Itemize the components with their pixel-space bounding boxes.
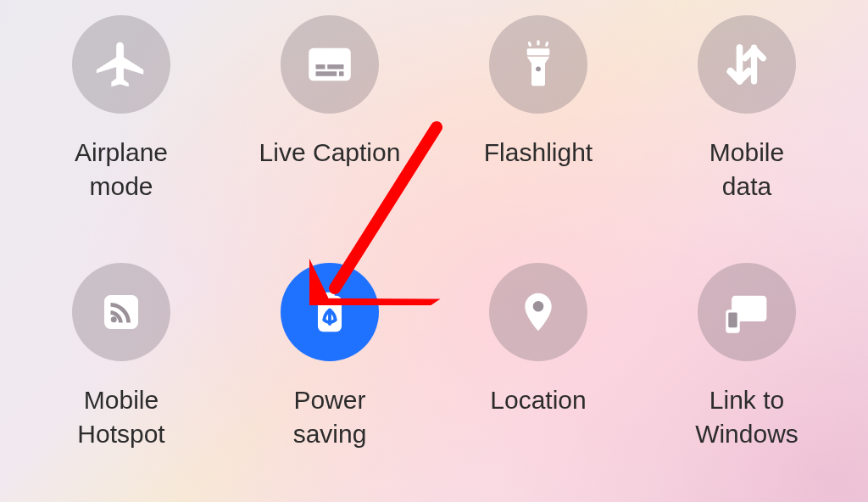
tile-link-to-windows[interactable]: Link to Windows — [643, 263, 851, 494]
link-windows-icon — [698, 263, 796, 361]
caption-icon — [281, 15, 379, 114]
svg-rect-3 — [316, 71, 337, 76]
data-arrows-icon — [698, 15, 796, 114]
tile-flashlight[interactable]: Flashlight — [434, 15, 643, 246]
battery-saver-icon — [281, 263, 379, 361]
svg-rect-1 — [316, 64, 326, 70]
svg-rect-4 — [339, 71, 344, 76]
svg-rect-5 — [527, 48, 550, 55]
tile-airplane-mode[interactable]: Airplane mode — [17, 15, 225, 246]
svg-point-14 — [533, 301, 544, 312]
tile-mobile-data[interactable]: Mobile data — [643, 15, 851, 246]
tile-location[interactable]: Location — [434, 263, 643, 494]
tile-label: Mobile data — [709, 136, 784, 204]
svg-rect-8 — [527, 42, 531, 47]
tile-label: Airplane mode — [75, 136, 168, 204]
svg-point-6 — [536, 66, 541, 71]
airplane-icon — [72, 15, 170, 114]
tile-label: Mobile Hotspot — [77, 383, 164, 451]
tile-power-saving[interactable]: Power saving — [225, 263, 434, 494]
svg-rect-9 — [545, 42, 549, 47]
svg-rect-2 — [327, 64, 343, 70]
tile-live-caption[interactable]: Live Caption — [225, 15, 434, 246]
svg-rect-7 — [537, 40, 539, 45]
tile-mobile-hotspot[interactable]: Mobile Hotspot — [17, 263, 225, 494]
tile-label: Flashlight — [484, 136, 593, 170]
location-pin-icon — [489, 263, 587, 361]
flashlight-icon — [489, 15, 587, 114]
tile-label: Live Caption — [259, 136, 401, 170]
svg-point-11 — [111, 316, 117, 322]
tile-label: Location — [490, 383, 586, 417]
tile-label: Link to Windows — [695, 383, 798, 451]
quick-settings-grid: Airplane mode Live Caption — [0, 0, 868, 502]
hotspot-icon — [72, 263, 170, 361]
svg-rect-10 — [104, 295, 138, 329]
tile-label: Power saving — [293, 383, 367, 451]
svg-rect-17 — [728, 313, 737, 328]
